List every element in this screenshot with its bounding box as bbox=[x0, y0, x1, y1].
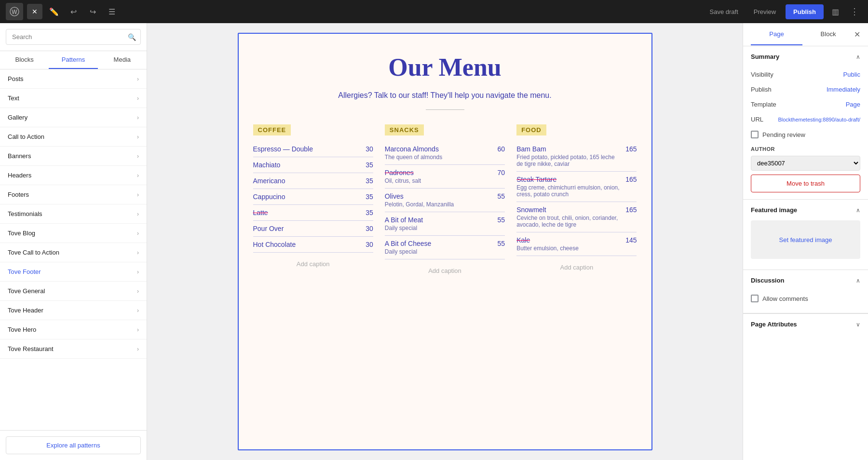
discussion-header[interactable]: Discussion ∧ bbox=[743, 270, 868, 291]
template-row: Template Page bbox=[751, 97, 860, 112]
close-sidebar-button[interactable]: ✕ bbox=[854, 30, 860, 39]
menu-subtitle: Allergies? Talk to our staff! They'll he… bbox=[253, 91, 637, 100]
menu-item-machiato[interactable]: Machiato 35 bbox=[253, 157, 373, 173]
menu-item-latte[interactable]: Latte 35 bbox=[253, 205, 373, 221]
menu-item-padrones[interactable]: Padrones Oil, citrus, salt 70 bbox=[385, 165, 505, 189]
sidebar-item-banners[interactable]: Banners › bbox=[0, 147, 147, 166]
search-box: 🔍 bbox=[0, 23, 147, 51]
sidebar-item-tove-general[interactable]: Tove General › bbox=[0, 282, 147, 301]
sidebar-item-tove-hero[interactable]: Tove Hero › bbox=[0, 320, 147, 339]
publish-value[interactable]: Immediately bbox=[827, 86, 860, 93]
summary-section-header[interactable]: Summary ∧ bbox=[743, 46, 868, 67]
food-header: FOOD bbox=[516, 124, 546, 135]
menu-item-americano[interactable]: Americano 35 bbox=[253, 173, 373, 189]
snacks-header: SNACKS bbox=[385, 124, 424, 135]
tab-block[interactable]: Block bbox=[802, 24, 854, 45]
redo-button[interactable]: ↪ bbox=[85, 4, 100, 19]
more-options-button[interactable]: ⋮ bbox=[847, 4, 862, 19]
right-sidebar-header: Page Block ✕ bbox=[743, 23, 868, 46]
preview-button[interactable]: Preview bbox=[748, 5, 782, 18]
allow-comments-label: Allow comments bbox=[762, 295, 808, 302]
menu-item-olives[interactable]: Olives Pelotin, Gordal, Manzanilla 55 bbox=[385, 189, 505, 212]
menu-item-hot-chocolate[interactable]: Hot Chocolate 30 bbox=[253, 237, 373, 253]
allow-comments-checkbox[interactable] bbox=[751, 295, 759, 302]
menu-title: Our Menu bbox=[253, 53, 637, 81]
search-icon: 🔍 bbox=[128, 33, 136, 41]
sidebar-item-footers[interactable]: Footers › bbox=[0, 185, 147, 204]
url-label: URL bbox=[751, 116, 763, 123]
publish-button[interactable]: Publish bbox=[786, 4, 824, 19]
sidebar-toggle-button[interactable]: ▥ bbox=[827, 4, 843, 19]
explore-all-patterns-button[interactable]: Explore all patterns bbox=[6, 436, 141, 454]
discussion-section: Discussion ∧ Allow comments bbox=[743, 270, 868, 313]
food-column: FOOD Bam Bam Fried potato, pickled potat… bbox=[516, 124, 637, 274]
summary-section: Summary ∧ Visibility Public Publish Imme… bbox=[743, 46, 868, 200]
sidebar-item-posts[interactable]: Posts › bbox=[0, 69, 147, 89]
publish-row: Publish Immediately bbox=[751, 82, 860, 97]
chevron-right-icon: › bbox=[137, 326, 139, 333]
menu-item-snowmelt[interactable]: Snowmelt Ceviche on trout, chili, onion,… bbox=[516, 202, 637, 232]
menu-item-pour-over[interactable]: Pour Over 30 bbox=[253, 221, 373, 237]
topbar: W ✕ ✏️ ↩ ↪ ☰ Save draft Preview Publish … bbox=[0, 0, 868, 23]
list-view-button[interactable]: ☰ bbox=[104, 4, 120, 19]
sidebar-item-gallery[interactable]: Gallery › bbox=[0, 108, 147, 127]
author-select[interactable]: dee35007 bbox=[751, 156, 860, 171]
tab-patterns[interactable]: Patterns bbox=[49, 51, 97, 69]
sidebar-item-tove-footer[interactable]: Tove Footer › bbox=[0, 262, 147, 282]
tab-page[interactable]: Page bbox=[751, 24, 802, 45]
menu-item-bam-bam[interactable]: Bam Bam Fried potato, pickled potato, 16… bbox=[516, 141, 637, 172]
snacks-add-caption[interactable]: Add caption bbox=[385, 267, 505, 274]
discussion-title: Discussion bbox=[751, 277, 784, 284]
menu-item-marcona[interactable]: Marcona Almonds The queen of almonds 60 bbox=[385, 141, 505, 165]
chevron-right-icon: › bbox=[137, 288, 139, 295]
set-featured-image-label[interactable]: Set featured image bbox=[779, 236, 832, 244]
chevron-right-icon: › bbox=[137, 153, 139, 160]
summary-title: Summary bbox=[751, 53, 779, 60]
sidebar-item-headers[interactable]: Headers › bbox=[0, 166, 147, 185]
sidebar-item-call-to-action[interactable]: Call to Action › bbox=[0, 127, 147, 147]
visibility-value[interactable]: Public bbox=[843, 71, 860, 78]
menu-item-kale[interactable]: Kale Butter emulsion, cheese 145 bbox=[516, 232, 637, 256]
menu-item-cappucino[interactable]: Cappucino 35 bbox=[253, 189, 373, 205]
menu-item-bit-of-meat[interactable]: A Bit of Meat Daily special 55 bbox=[385, 212, 505, 236]
pending-review-checkbox[interactable] bbox=[751, 131, 759, 138]
move-to-trash-button[interactable]: Move to trash bbox=[751, 175, 860, 192]
sidebar-tabs: Blocks Patterns Media bbox=[0, 51, 147, 69]
featured-image-placeholder[interactable]: Set featured image bbox=[751, 220, 860, 259]
tab-blocks[interactable]: Blocks bbox=[0, 51, 49, 69]
coffee-add-caption[interactable]: Add caption bbox=[253, 260, 373, 268]
featured-image-title: Featured image bbox=[751, 206, 797, 214]
main-layout: 🔍 Blocks Patterns Media Posts › Text › G… bbox=[0, 23, 868, 460]
search-input[interactable] bbox=[6, 29, 141, 45]
sidebar-item-text[interactable]: Text › bbox=[0, 89, 147, 108]
url-value[interactable]: Blockthemetesting:8890/auto-draft/ bbox=[778, 117, 860, 122]
save-draft-button[interactable]: Save draft bbox=[704, 5, 744, 18]
close-button[interactable]: ✕ bbox=[27, 4, 42, 19]
sidebar-item-testimonials[interactable]: Testimonials › bbox=[0, 204, 147, 224]
page-attributes-section[interactable]: Page Attributes ∨ bbox=[743, 313, 868, 335]
sidebar-item-tove-restaurant[interactable]: Tove Restaurant › bbox=[0, 339, 147, 359]
menu-item-bit-of-cheese[interactable]: A Bit of Cheese Daily special 55 bbox=[385, 236, 505, 259]
sidebar-item-tove-blog[interactable]: Tove Blog › bbox=[0, 224, 147, 243]
left-sidebar: 🔍 Blocks Patterns Media Posts › Text › G… bbox=[0, 23, 147, 460]
sidebar-item-tove-header[interactable]: Tove Header › bbox=[0, 301, 147, 320]
chevron-right-icon: › bbox=[137, 269, 139, 275]
coffee-column: COFFEE Espresso — Double 30 Machiato 35 … bbox=[253, 124, 373, 274]
featured-image-header[interactable]: Featured image ∧ bbox=[743, 200, 868, 220]
menu-item-espresso[interactable]: Espresso — Double 30 bbox=[253, 141, 373, 157]
page-frame: Our Menu Allergies? Talk to our staff! T… bbox=[238, 33, 652, 450]
sidebar-item-tove-call-to-action[interactable]: Tove Call to Action › bbox=[0, 243, 147, 262]
allow-comments-row: Allow comments bbox=[751, 291, 860, 306]
edit-icon-button[interactable]: ✏️ bbox=[46, 4, 62, 19]
food-add-caption[interactable]: Add caption bbox=[516, 264, 637, 271]
author-label: AUTHOR bbox=[751, 142, 860, 154]
chevron-right-icon: › bbox=[137, 211, 139, 217]
undo-button[interactable]: ↩ bbox=[66, 4, 81, 19]
menu-item-steak-tartare[interactable]: Steak Tartare Egg creme, chimichurri emu… bbox=[516, 172, 637, 202]
svg-text:W: W bbox=[12, 9, 17, 15]
wp-logo[interactable]: W bbox=[6, 3, 23, 20]
template-value[interactable]: Page bbox=[846, 101, 860, 108]
tab-media[interactable]: Media bbox=[98, 51, 147, 69]
featured-image-collapse-icon: ∧ bbox=[856, 207, 860, 214]
snacks-column: SNACKS Marcona Almonds The queen of almo… bbox=[385, 124, 505, 274]
